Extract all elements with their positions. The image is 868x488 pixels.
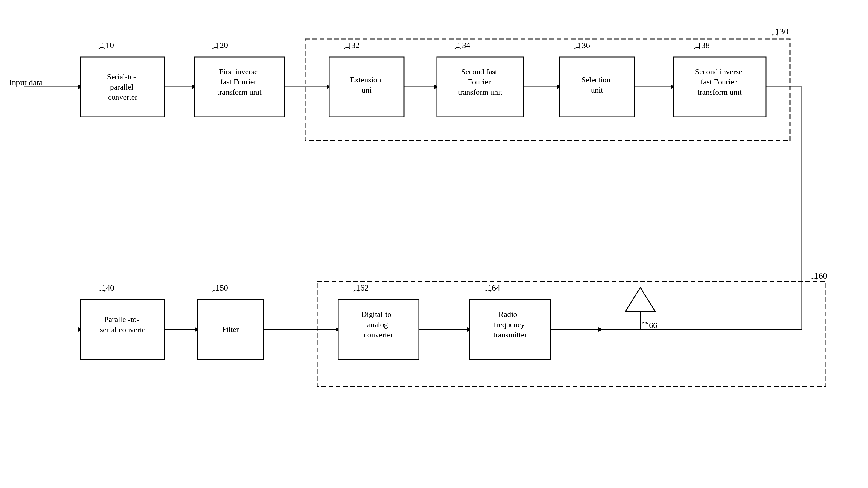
arrowhead-164-antenna	[598, 327, 603, 332]
tag-162-text: 162	[356, 283, 369, 292]
block-110-text: Serial-to- parallel converter	[107, 73, 138, 102]
block-138-text: Second inverse fast Fourier transform un…	[695, 67, 744, 96]
block-120-text: First inverse fast Fourier transform uni…	[217, 67, 262, 96]
tag-132-text: 132	[347, 40, 360, 50]
diagram-svg: 130 160 Input data	[0, 0, 868, 488]
tag-150-text: 150	[215, 283, 228, 292]
tag-140-text: 140	[102, 283, 114, 292]
block-162	[338, 299, 419, 360]
block-150-text: Filter	[222, 325, 239, 334]
tag-120-text: 120	[215, 40, 228, 50]
diagram-container: 130 160 Input data	[0, 0, 868, 488]
tag-134-text: 134	[458, 40, 470, 50]
tag-166: 166	[645, 320, 657, 330]
input-label: Input data	[9, 78, 43, 87]
tag-164-text: 164	[488, 283, 500, 292]
block-164	[470, 299, 551, 360]
block-138	[673, 57, 766, 117]
block-134	[437, 57, 524, 117]
tag-110-text: 110	[102, 40, 114, 50]
antenna-triangle	[625, 288, 655, 312]
tag-136-text: 136	[578, 40, 590, 50]
block-120	[194, 57, 284, 117]
tag-138-text: 138	[697, 40, 710, 50]
